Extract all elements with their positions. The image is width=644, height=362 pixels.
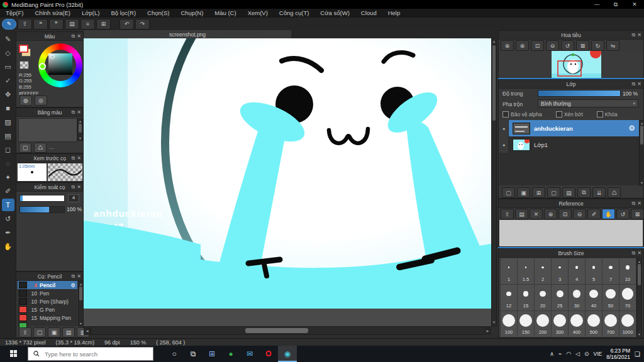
duplicate-layer-button[interactable]: ⧉ xyxy=(577,187,591,198)
ruler-tool[interactable]: ✐ xyxy=(2,185,14,197)
canvas-vscrollbar[interactable]: ▴ ▾ xyxy=(491,38,497,326)
float-icon[interactable]: ⧉ xyxy=(72,109,75,116)
blend-dropdown[interactable]: Bình thường▾ xyxy=(538,99,638,107)
move-tool[interactable]: ✥ xyxy=(2,88,14,101)
reference-folder-button[interactable]: ▤ xyxy=(515,209,528,219)
list-button[interactable]: ≡ xyxy=(80,19,95,30)
float-icon[interactable]: ⧉ xyxy=(632,81,636,87)
comment-button[interactable]: ❝ xyxy=(33,19,48,30)
brush-size-25[interactable]: 25 xyxy=(552,285,568,310)
layer-checkbox-1[interactable]: Bảo vệ alpha xyxy=(502,111,542,118)
update-icon[interactable]: ⊙ xyxy=(584,351,589,357)
close-button[interactable]: ✕ xyxy=(625,0,644,9)
close-icon[interactable]: ✕ xyxy=(77,33,81,39)
hidden-icons-chevron[interactable]: ∧ xyxy=(550,351,554,357)
brush-size-200[interactable]: 200 xyxy=(535,311,551,337)
brush-size-2[interactable]: 2 xyxy=(535,258,551,284)
layer-row-2[interactable]: ●Lớp1 xyxy=(499,136,639,153)
close-icon[interactable]: ✕ xyxy=(637,81,641,87)
float-icon[interactable]: ⧉ xyxy=(72,155,75,162)
slider-mode-button[interactable]: ◎ xyxy=(35,96,47,106)
menu-item-9[interactable]: Công cụ(T) xyxy=(274,9,315,18)
store-icon[interactable]: ⊞ xyxy=(203,346,221,362)
battery-icon[interactable]: ⌁ xyxy=(558,351,562,357)
menu-item-7[interactable]: Màu (C) xyxy=(209,9,242,18)
reference-open-image-button[interactable]: ⇧ xyxy=(501,209,514,219)
close-icon[interactable]: ✕ xyxy=(77,184,81,190)
opacity-slider[interactable] xyxy=(538,90,621,97)
reference-clear-button[interactable]: ✕ xyxy=(530,209,543,219)
brush-size-20[interactable]: 20 xyxy=(535,285,551,310)
new-swatch-button[interactable]: ▢ xyxy=(19,143,31,153)
reference-fit-button[interactable]: ⊡ xyxy=(558,209,572,219)
brush-size-12[interactable]: 12 xyxy=(501,285,517,310)
clock[interactable]: 6:23 PM8/16/2021 xyxy=(606,348,630,360)
reference-picker-button[interactable]: ✐ xyxy=(587,209,601,219)
add-brush-button[interactable]: ▢ xyxy=(33,327,46,337)
layer-visibility-dot[interactable]: ● xyxy=(499,136,509,153)
brush-row-1[interactable]: 4Pencil⚙ xyxy=(18,281,77,289)
new-8bit-layer-button[interactable]: ▣ xyxy=(517,187,530,198)
menu-item-12[interactable]: Help xyxy=(382,9,406,18)
palette-mode-button[interactable]: ◍ xyxy=(19,96,32,106)
rotate-view-tool[interactable]: ↺ xyxy=(2,212,14,225)
layer-folder-button[interactable]: ▤ xyxy=(562,187,575,198)
gear-icon[interactable]: ⚙ xyxy=(70,282,75,288)
close-icon[interactable]: ✕ xyxy=(637,200,641,206)
brush-size-700[interactable]: 700 xyxy=(602,311,619,337)
volume-icon[interactable]: ◁ xyxy=(575,351,580,357)
shape-tool[interactable]: ■ xyxy=(2,102,14,114)
menu-item-11[interactable]: Cloud xyxy=(355,9,382,18)
duplicate-brush-button[interactable]: ▣ xyxy=(48,327,60,337)
close-icon[interactable]: ✕ xyxy=(637,32,641,38)
transparent-swatch[interactable] xyxy=(19,61,29,69)
canvas-drawing[interactable]: anhduckieran hd247 xyxy=(84,38,491,309)
layer-checkbox-3[interactable]: Khóa xyxy=(597,111,618,118)
select-ellipse-tool[interactable]: ◌ xyxy=(2,157,14,170)
fit-screen-button[interactable]: ⊡ xyxy=(531,40,544,51)
foreground-color-swatch[interactable] xyxy=(19,45,28,53)
action-center-icon[interactable]: ❏ xyxy=(635,351,640,358)
brush-size-value[interactable]: 4 xyxy=(68,194,79,202)
brush-size-4[interactable]: 4 xyxy=(569,258,585,284)
brush-size-10[interactable]: 10 xyxy=(619,258,636,284)
menu-item-10[interactable]: Cửa sổ(W) xyxy=(314,9,355,18)
taskbar-search[interactable] xyxy=(28,347,153,361)
brush-row-2[interactable]: 10Pen xyxy=(18,289,77,297)
wifi-icon[interactable]: ◠ xyxy=(566,351,571,357)
hscroll-left-arrow[interactable]: ◂ xyxy=(84,326,91,335)
brush-opacity-slider[interactable] xyxy=(19,206,65,213)
zoom-out-button[interactable]: ⊖ xyxy=(546,40,559,51)
brush-tool[interactable]: ✎ xyxy=(2,33,14,45)
fill-tool[interactable]: ▨ xyxy=(2,116,14,128)
brush-size-150[interactable]: 150 xyxy=(518,311,534,337)
cloud-download-button[interactable]: ⇪ xyxy=(19,327,31,337)
brush-row-3[interactable]: 10Pen (Sharp) xyxy=(18,297,77,305)
palette-scrollbar[interactable]: ▴ ▾ xyxy=(77,118,83,141)
coccoc-icon[interactable]: ● xyxy=(221,346,240,362)
delete-swatch-button[interactable]: ♺ xyxy=(34,143,47,153)
pen-tool[interactable]: ✒ xyxy=(2,226,14,239)
brush-size-1000[interactable]: 1000 xyxy=(619,311,636,337)
menu-item-3[interactable]: Lớp(L) xyxy=(76,9,105,18)
opera-icon[interactable]: O xyxy=(259,346,278,362)
navigator-thumbnail[interactable] xyxy=(552,51,601,78)
menu-item-1[interactable]: Tệp(F) xyxy=(0,9,30,18)
select-lasso-tool[interactable]: ◻ xyxy=(2,143,14,156)
float-icon[interactable]: ⧉ xyxy=(632,200,636,207)
hscroll-right-arrow[interactable]: ▸ xyxy=(484,326,491,335)
menu-item-6[interactable]: Chụp(N) xyxy=(175,9,209,18)
delete-layer-button[interactable]: ♺ xyxy=(608,187,621,198)
brush-list-scrollbar[interactable]: ▴ ▾ xyxy=(78,281,84,326)
float-icon[interactable]: ⧉ xyxy=(72,184,75,190)
layer-visibility-dot[interactable]: ● xyxy=(499,120,509,136)
hand-tool[interactable]: ✋ xyxy=(2,240,14,253)
menu-item-5[interactable]: Chọn(S) xyxy=(142,9,175,18)
zoom-in-button[interactable]: ⊕ xyxy=(516,40,529,51)
mail-icon[interactable]: ✉ xyxy=(240,346,259,362)
reference-hand-button[interactable]: ✋ xyxy=(602,209,615,219)
canvas-hscrollbar[interactable] xyxy=(91,326,491,335)
paint-mode-button[interactable]: ✎ xyxy=(2,19,16,30)
brush-size-100[interactable]: 100 xyxy=(501,311,517,337)
brush-size-scrollbar[interactable]: ▴ ▾ xyxy=(636,258,642,337)
